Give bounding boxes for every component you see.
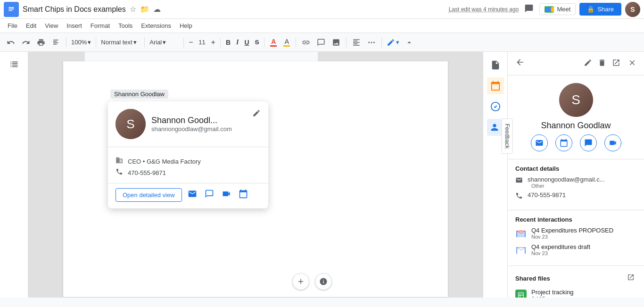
chip-chat-button[interactable] — [203, 187, 216, 203]
menu-insert[interactable]: Insert — [63, 21, 86, 31]
right-sidebar-toolbar — [483, 52, 507, 298]
close-panel-button[interactable] — [626, 57, 638, 71]
font-size-input[interactable]: 11 — [196, 39, 209, 46]
rp-calendar-action[interactable] — [555, 134, 572, 151]
chip-divider-top — [108, 147, 268, 147]
image-button[interactable] — [329, 36, 343, 49]
menu-view[interactable]: View — [41, 21, 62, 31]
toolbar: 100% ▾ Normal text ▾ Arial ▾ − 11 + B I … — [0, 33, 644, 52]
zoom-arrow: ▾ — [88, 39, 91, 46]
contact-details-heading: Contact details — [515, 165, 636, 172]
rp-name: Shannon Goodlaw — [541, 121, 611, 131]
italic-button[interactable]: I — [234, 37, 241, 48]
share-button[interactable]: 🔒 Share — [579, 3, 621, 16]
right-panel-header — [508, 52, 644, 75]
strikethrough-button[interactable]: S — [253, 37, 262, 48]
menu-bar: File Edit View Insert Format Tools Exten… — [0, 19, 644, 33]
rp-edit-icon[interactable] — [582, 57, 594, 71]
contact-phone-icon — [515, 192, 523, 201]
shared-files-popout[interactable] — [625, 272, 636, 285]
shared-item-1-title: Project tracking — [531, 289, 636, 296]
last-edit-text[interactable]: Last edit was 4 minutes ago — [449, 6, 519, 13]
chip-email: shannongoodlaw@gmail.com — [151, 125, 232, 133]
more-toolbar-button[interactable] — [364, 36, 379, 49]
font-size-minus-button[interactable]: − — [187, 37, 195, 48]
document-area[interactable]: Shannon Goodlaw S Shannon Goodl... shann… — [28, 52, 483, 298]
right-panel: S Shannon Goodlaw — [507, 52, 644, 298]
highlight-color-button[interactable]: A — [281, 36, 293, 49]
chip-title-text: CEO • G&G Media Factory — [128, 158, 201, 165]
redo-button[interactable] — [19, 36, 33, 49]
recent-interactions-section: Recent interactions Q4 Expenditures PROP… — [508, 210, 644, 266]
align-button[interactable] — [349, 36, 363, 49]
chip-calendar-button[interactable] — [237, 187, 250, 203]
menu-edit[interactable]: Edit — [22, 21, 40, 31]
menu-help[interactable]: Help — [176, 21, 196, 31]
open-detailed-view-button[interactable]: Open detailed view — [116, 188, 182, 202]
menu-format[interactable]: Format — [87, 21, 114, 31]
right-panel-profile: S Shannon Goodlaw — [508, 75, 644, 159]
folder-icon[interactable]: 📁 — [140, 5, 149, 14]
feedback-tab[interactable]: Feedback — [502, 118, 513, 154]
smart-chip-text: Shannon Goodlaw — [114, 91, 165, 98]
font-size-plus-button[interactable]: + — [209, 37, 217, 48]
user-avatar[interactable]: S — [625, 2, 640, 17]
toolbar-divider-9 — [381, 38, 382, 47]
chip-email-button[interactable] — [186, 187, 199, 203]
rt-tasks-icon[interactable] — [487, 98, 504, 115]
rp-delete-icon[interactable] — [596, 57, 608, 71]
star-icon[interactable]: ☆ — [130, 5, 136, 14]
chip-phone-text: 470-555-9871 — [128, 169, 166, 176]
comments-button[interactable] — [522, 2, 536, 17]
shared-item-1[interactable]: Project tracking Jul 15 — [515, 289, 636, 298]
paint-format-button[interactable] — [49, 36, 63, 49]
undo-button[interactable] — [4, 36, 18, 49]
chip-edit-icon[interactable] — [252, 109, 261, 120]
font-select[interactable]: Arial ▾ — [148, 37, 181, 47]
menu-extensions[interactable]: Extensions — [137, 21, 175, 31]
style-select[interactable]: Normal text ▾ — [99, 37, 141, 47]
rp-video-action[interactable] — [604, 134, 621, 151]
recent-item-2[interactable]: Q4 expenditures draft Nov 23 — [515, 243, 636, 256]
smart-chip-label[interactable]: Shannon Goodlaw — [110, 90, 168, 99]
cloud-icon[interactable]: ☁ — [153, 5, 161, 14]
comment-button[interactable] — [314, 36, 328, 49]
add-button[interactable] — [292, 273, 309, 290]
rp-avatar: S — [559, 83, 593, 117]
rt-docs-icon[interactable] — [487, 57, 504, 74]
recent-item-1[interactable]: Q4 Expenditures PROPOSED Nov 23 — [515, 227, 636, 240]
chip-details: CEO • G&G Media Factory 470-555-9871 — [108, 151, 268, 183]
zoom-select[interactable]: 100% ▾ — [69, 37, 93, 47]
pen-tool-select[interactable]: ▾ — [385, 37, 401, 48]
chip-info: Shannon Goodl... shannongoodlaw@gmail.co… — [151, 116, 232, 133]
svg-rect-12 — [516, 231, 517, 237]
chip-video-button[interactable] — [220, 187, 233, 203]
underline-button[interactable]: U — [242, 37, 252, 48]
meet-button[interactable]: Meet — [539, 3, 576, 15]
bottom-actions — [292, 273, 332, 290]
rp-calendar-circle — [555, 134, 572, 151]
link-button[interactable] — [299, 36, 313, 49]
rt-calendar-icon[interactable] — [487, 77, 504, 94]
text-color-button[interactable]: A — [267, 36, 280, 49]
toolbar-divider-5 — [220, 38, 221, 47]
bold-button[interactable]: B — [223, 37, 233, 48]
info-button[interactable] — [315, 273, 332, 290]
doc-title[interactable]: Smart Chips in Docs examples — [23, 5, 126, 14]
recent-item-2-title: Q4 expenditures draft — [531, 243, 636, 250]
shared-files-header: Shared files — [515, 272, 636, 285]
rp-email-action[interactable] — [531, 134, 548, 151]
rp-chat-action[interactable] — [580, 134, 597, 151]
collapse-toolbar-button[interactable] — [402, 36, 416, 49]
svg-rect-15 — [525, 247, 526, 254]
app-icon[interactable] — [4, 2, 19, 17]
menu-file[interactable]: File — [4, 21, 21, 31]
outline-icon[interactable] — [6, 57, 23, 74]
back-button[interactable] — [513, 56, 527, 71]
print-button[interactable] — [34, 36, 48, 49]
rp-popout-icon[interactable] — [610, 57, 622, 71]
contact-details-section: Contact details shannongoodlaw@gmail.c..… — [508, 159, 644, 210]
svg-rect-1 — [8, 7, 14, 8]
menu-tools[interactable]: Tools — [115, 21, 136, 31]
contact-phone-text: 470-555-9871 — [528, 191, 566, 199]
